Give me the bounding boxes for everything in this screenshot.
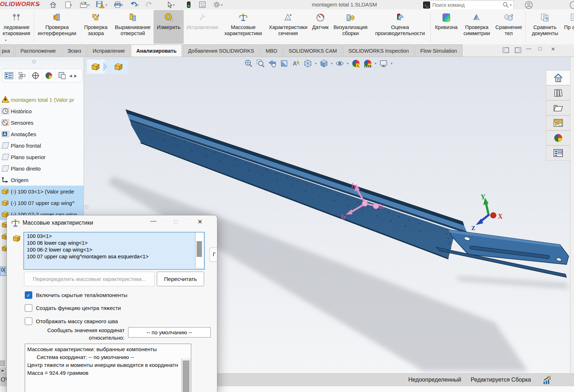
component-list-item[interactable]: 100 06-2 lower cap wing<1>: [24, 246, 204, 253]
tree-item-sensors[interactable]: Sensores: [0, 117, 84, 128]
tree-item-assembly-root[interactable]: montagem total 1 (Valor pr: [0, 94, 84, 105]
ribbon-interference-check-button[interactable]: Проверка интерференции: [35, 10, 79, 44]
help-icon[interactable]: [570, 1, 574, 9]
undo-dropdown-icon[interactable]: ▾: [137, 3, 139, 7]
search-icon[interactable]: [503, 2, 509, 8]
tab-evaluate[interactable]: Анализировать: [131, 44, 182, 57]
breadcrumb-assembly-icon[interactable]: [87, 59, 105, 74]
options-dropdown-icon[interactable]: ▾: [221, 3, 223, 7]
checkbox-unchecked-icon[interactable]: [25, 304, 32, 312]
zoom-area-icon[interactable]: [256, 59, 265, 68]
tab-scroll-left-icon[interactable]: ◀: [69, 74, 72, 78]
zoom-fit-icon[interactable]: [244, 59, 253, 68]
command-search[interactable]: ›_ ▾: [421, 0, 514, 10]
component-list-item[interactable]: 100 06 lower cap wing<1>: [24, 239, 204, 246]
undo-button[interactable]: [129, 1, 138, 9]
hide-show-items-icon[interactable]: [335, 59, 344, 68]
open-dropdown-icon[interactable]: ▾: [88, 3, 90, 7]
checkbox-unchecked-icon[interactable]: [25, 317, 32, 325]
task-pane-resources-tab[interactable]: [546, 85, 570, 100]
task-pane-appearances-tab[interactable]: [546, 130, 570, 145]
ribbon-mass-properties-button[interactable]: Массовые характеристики: [221, 10, 265, 44]
selection-breadcrumb[interactable]: [87, 59, 128, 74]
task-pane-custom-properties-tab[interactable]: [546, 145, 570, 161]
previous-view-icon[interactable]: [268, 59, 277, 68]
panel-collapse-handle[interactable]: [85, 205, 88, 209]
component-list-item[interactable]: 100 07 upper cap wing^montagem asa esque…: [24, 253, 204, 260]
app-restore-button[interactable]: □: [538, 46, 542, 52]
search-input[interactable]: [432, 2, 503, 8]
ribbon-sensor-button[interactable]: Датчик: [310, 10, 331, 44]
tree-item-origin[interactable]: Origem: [0, 174, 84, 186]
scrollbar-thumb[interactable]: [197, 241, 202, 257]
pane-layout-right-icon[interactable]: [514, 47, 522, 54]
options-button[interactable]: [212, 1, 221, 9]
component-list-scrollbar[interactable]: [195, 233, 203, 268]
account-icon[interactable]: [524, 1, 533, 9]
new-dropdown-icon[interactable]: ▾: [70, 3, 72, 7]
view-settings-icon[interactable]: [379, 59, 388, 68]
design-study-dropdown-icon[interactable]: ▾: [5, 39, 6, 42]
performance-status-icon[interactable]: [542, 376, 552, 384]
panel-splitter-handle[interactable]: [32, 60, 36, 63]
weld-bead-mass-checkbox-row[interactable]: Отображать массу сварного шва: [25, 317, 118, 325]
ribbon-check-active-document-button[interactable]: Пр актив: [564, 10, 574, 44]
configuration-manager-tab-icon[interactable]: [29, 70, 42, 81]
save-button[interactable]: [96, 1, 105, 9]
display-style-icon[interactable]: [319, 59, 329, 68]
redo-button[interactable]: [145, 1, 154, 9]
tab-layout[interactable]: Расположение: [15, 44, 61, 57]
app-minimize-button[interactable]: —: [526, 45, 531, 51]
annotation-views-icon[interactable]: A: [291, 59, 301, 68]
component-list-item[interactable]: 100 03<1>: [24, 233, 204, 239]
rebuild-button[interactable]: [184, 1, 193, 9]
tree-item-top-plane[interactable]: Plano superior: [0, 151, 84, 163]
tree-hscrollbar-fragment[interactable]: [0, 360, 5, 366]
checkbox-checked-icon[interactable]: ✓: [25, 291, 32, 299]
include-hidden-checkbox-row[interactable]: ✓ Включить скрытые тела/компоненты: [25, 291, 127, 299]
ribbon-performance-evaluation-button[interactable]: Оценка производительности: [370, 10, 430, 44]
tree-item-right-plane[interactable]: Plano direito: [0, 163, 84, 174]
print-dropdown-icon[interactable]: ▾: [121, 3, 123, 7]
tree-item-part-100-03[interactable]: (-) 100 03<1> (Valor prede: [0, 186, 84, 197]
tab-scroll-right-icon[interactable]: ▶: [74, 74, 77, 78]
tree-item-annotations[interactable]: A Anotações: [0, 128, 84, 140]
ribbon-compare-bodies-button[interactable]: ? Сравнение тел: [493, 10, 524, 44]
file-properties-button[interactable]: [198, 1, 207, 9]
pane-split-tab-icon[interactable]: [56, 70, 69, 81]
feature-tree-tab-icon[interactable]: [3, 70, 16, 81]
select-dropdown-icon[interactable]: ▾: [173, 3, 175, 7]
hide-show-dropdown-icon[interactable]: ▾: [347, 62, 349, 65]
ribbon-compare-documents-button[interactable]: ? Сравнить документы: [527, 10, 563, 44]
tab-assembly[interactable]: рка: [0, 44, 14, 57]
task-pane-file-explorer-tab[interactable]: [546, 100, 570, 115]
menu-flyout-icon[interactable]: ▶: [37, 2, 40, 7]
selected-components-list[interactable]: 100 03<1> 100 06 lower cap wing<1> 100 0…: [23, 232, 205, 270]
dialog-minimize-button[interactable]: —: [150, 217, 156, 225]
tree-scroll-right-button[interactable]: ▶: [0, 368, 6, 374]
open-button[interactable]: [80, 1, 88, 9]
tab-repair[interactable]: Исправление: [87, 44, 130, 57]
app-close-button[interactable]: ×: [551, 45, 555, 53]
view-orientation-icon[interactable]: [303, 59, 312, 68]
print-button[interactable]: [113, 1, 122, 9]
recalculate-button[interactable]: Пересчитать: [157, 272, 204, 286]
mass-properties-dialog[interactable]: Массовые характеристики — □ × 100 03<1> …: [6, 215, 217, 392]
breadcrumb-part-icon[interactable]: [110, 59, 128, 74]
ribbon-clearance-check-button[interactable]: Проверка зазора: [80, 10, 112, 44]
tab-sketch[interactable]: Эскиз: [62, 44, 87, 57]
tab-solidworks-cam[interactable]: SOLIDWORKS CAM: [283, 44, 343, 57]
edit-appearance-icon[interactable]: [351, 59, 361, 68]
ribbon-assembly-visualization-button[interactable]: Визуализация сборки: [331, 10, 370, 44]
tab-solidworks-inspection[interactable]: SOLIDWORKS Inspection: [343, 44, 414, 57]
ribbon-section-properties-button[interactable]: Характеристики сечения: [266, 10, 310, 44]
display-style-dropdown-icon[interactable]: ▾: [331, 62, 333, 65]
search-dropdown-icon[interactable]: ▾: [510, 3, 512, 7]
ribbon-curvature-button[interactable]: Кривизна: [432, 10, 461, 44]
tab-mbd[interactable]: MBD: [260, 44, 282, 57]
view-settings-dropdown-icon[interactable]: ▾: [391, 62, 392, 65]
results-scrollbar[interactable]: [181, 358, 191, 392]
ribbon-symmetry-check-button[interactable]: Проверка симметрии: [461, 10, 492, 44]
create-cog-feature-checkbox-row[interactable]: Создать функцию центра тяжести: [25, 304, 121, 312]
tree-item-history[interactable]: Histórico: [0, 105, 84, 117]
